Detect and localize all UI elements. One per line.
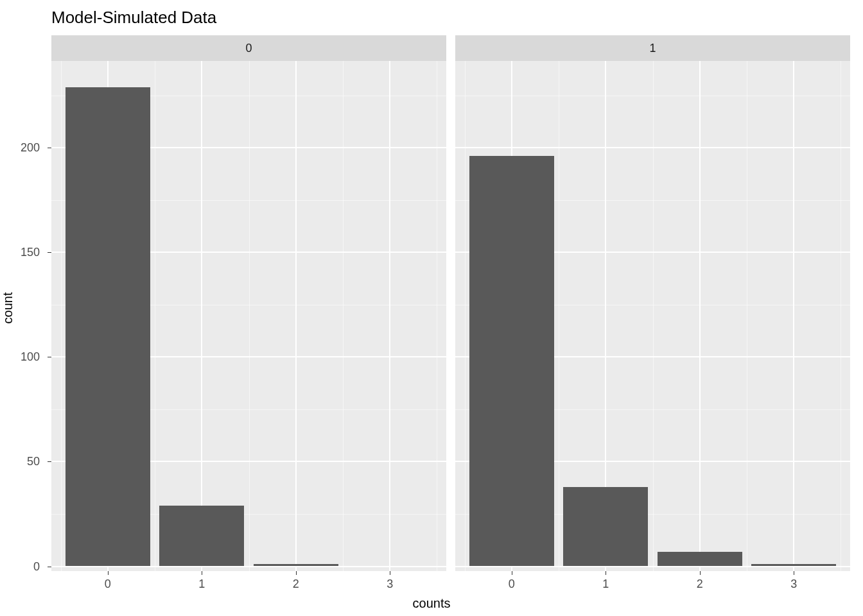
y-tick-mark: [48, 252, 51, 253]
x-tick-label: 2: [293, 578, 299, 591]
gridline: [653, 61, 654, 571]
x-tick-mark: [700, 571, 701, 575]
x-tick-mark: [202, 571, 202, 575]
facet-strip-label: 0: [245, 42, 252, 55]
y-tick-label: 50: [0, 455, 40, 468]
bar: [751, 564, 836, 566]
facet-strip: 0: [51, 35, 446, 61]
gridline: [793, 61, 794, 571]
bar: [254, 564, 338, 566]
bar: [563, 487, 648, 567]
x-tick-label: 0: [509, 578, 515, 591]
x-tick-label: 3: [387, 578, 393, 591]
y-tick-mark: [48, 461, 51, 462]
gridline: [699, 61, 701, 571]
bar: [159, 506, 244, 567]
y-tick-label: 100: [0, 350, 40, 364]
y-tick-label: 150: [0, 246, 40, 259]
x-tick-mark: [794, 571, 794, 575]
gridline: [559, 61, 559, 571]
x-tick-label: 1: [602, 578, 609, 591]
bar: [658, 552, 742, 567]
y-tick-label: 200: [0, 141, 40, 155]
facet-strip: 1: [455, 35, 850, 61]
bar: [469, 156, 554, 566]
gridline: [201, 61, 202, 571]
chart-container: Model-Simulated Data count counts 01 050…: [0, 0, 863, 616]
y-tick-mark: [48, 357, 51, 357]
x-tick-label: 1: [198, 578, 205, 591]
chart-title: Model-Simulated Data: [51, 8, 216, 28]
plot-area: [51, 61, 446, 571]
plot-area: [455, 61, 850, 571]
x-axis-label: counts: [0, 596, 863, 611]
x-tick-label: 0: [105, 578, 111, 591]
x-tick-mark: [108, 571, 109, 575]
facet-strip-label: 1: [649, 42, 656, 55]
x-tick-label: 2: [697, 578, 703, 591]
x-tick-mark: [390, 571, 390, 575]
gridline: [747, 61, 747, 571]
y-tick-label: 0: [0, 560, 40, 573]
gridline: [465, 61, 466, 571]
gridline: [249, 61, 250, 571]
x-tick-label: 3: [790, 578, 797, 591]
gridline: [295, 61, 297, 571]
facet-panels: 01: [51, 35, 850, 571]
gridline: [61, 61, 62, 571]
y-tick-mark: [48, 148, 51, 148]
x-tick-mark: [606, 571, 606, 575]
x-tick-mark: [296, 571, 297, 575]
gridline: [389, 61, 390, 571]
y-axis-label: count: [1, 293, 15, 324]
x-tick-mark: [512, 571, 512, 575]
gridline: [343, 61, 344, 571]
gridline: [155, 61, 155, 571]
gridline: [841, 61, 841, 571]
bar: [65, 87, 150, 567]
y-tick-mark: [48, 567, 51, 567]
gridline: [437, 61, 437, 571]
